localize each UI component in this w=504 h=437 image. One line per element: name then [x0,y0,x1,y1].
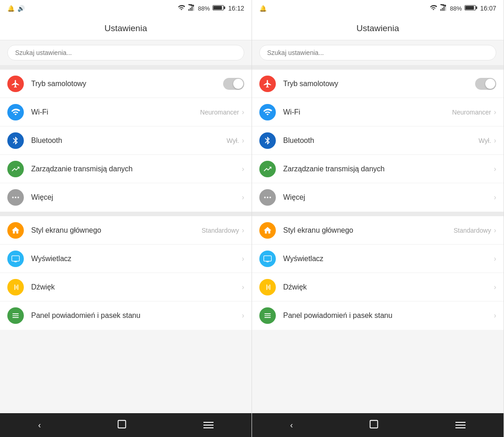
toggle-switch-airplane[interactable] [475,78,496,90]
nav-menu-button[interactable] [444,418,477,432]
status-left-icons: 🔔 🔊 [7,5,25,12]
svg-rect-25 [266,261,269,262]
nav-bar: ‹ [252,413,504,437]
chevron-icon-sound: › [494,283,496,291]
item-icon-more [7,189,24,206]
phone-panel-left: 🔔 🔊 88% 16:12 Ustawienia [0,0,252,437]
settings-item-wifi[interactable]: Wi-Fi Neuromancer › [0,98,252,126]
time-display: 16:07 [480,5,496,12]
search-input[interactable] [7,45,244,60]
chevron-icon-notifications: › [494,311,496,320]
settings-item-notifications[interactable]: Panel powiadomień i pasek stanu › [252,301,504,330]
item-value-wifi: Neuromancer [200,109,239,116]
svg-point-8 [15,197,16,198]
nav-menu-button[interactable] [192,418,225,432]
svg-rect-0 [188,9,189,11]
svg-rect-15 [442,8,443,11]
item-value-homescreen: Standardowy [202,227,239,234]
notification-icon: 🔔 [259,5,267,12]
settings-item-data[interactable]: Zarządzanie transmisją danych › [0,155,252,183]
settings-item-display[interactable]: Wyświetlacz › [0,245,252,273]
battery-percent: 88% [198,5,210,12]
wifi-status-icon [430,4,437,13]
item-icon-airplane [259,76,276,92]
item-icon-sound [259,279,276,295]
settings-item-more[interactable]: Więcej › [0,183,252,212]
item-label-bluetooth: Bluetooth [283,137,479,145]
settings-item-display[interactable]: Wyświetlacz › [252,245,504,273]
item-icon-airplane [7,76,24,92]
nav-bar: ‹ [0,413,252,437]
chevron-icon-sound: › [242,283,244,291]
page-header: Ustawienia [252,16,504,40]
svg-point-9 [17,197,19,198]
item-label-more: Więcej [31,193,242,202]
wifi-status-icon [178,4,185,13]
settings-item-homescreen[interactable]: Styl ekranu głównego Standardowy › [0,216,252,245]
item-label-homescreen: Styl ekranu głównego [283,226,454,235]
nav-back-button[interactable]: ‹ [27,417,52,434]
section-divider-0 [252,65,504,70]
item-label-airplane: Tryb samolotowy [283,80,475,88]
item-label-sound: Dźwięk [31,283,242,291]
svg-rect-20 [466,5,474,9]
item-value-wifi: Neuromancer [452,109,491,116]
item-value-bluetooth: Wył. [227,137,239,144]
page-title: Ustawienia [104,23,147,33]
settings-item-notifications[interactable]: Panel powiadomień i pasek stanu › [0,301,252,330]
item-label-data: Zarządzanie transmisją danych [31,165,242,173]
settings-item-more[interactable]: Więcej › [252,183,504,212]
settings-item-wifi[interactable]: Wi-Fi Neuromancer › [252,98,504,126]
svg-rect-14 [440,9,441,11]
chevron-icon-display: › [494,255,496,263]
chevron-icon-notifications: › [242,311,244,320]
chevron-icon-homescreen: › [494,226,496,235]
item-icon-display [7,251,24,267]
spacer [252,330,504,413]
svg-rect-3 [193,5,194,11]
svg-rect-27 [370,420,378,428]
item-icon-wifi [259,104,276,120]
status-bar: 🔔 88% 16:07 [252,0,504,16]
svg-point-7 [12,197,14,198]
status-bar: 🔔 🔊 88% 16:12 [0,0,252,16]
nav-home-button[interactable] [358,415,390,435]
settings-item-airplane[interactable]: Tryb samolotowy [0,70,252,98]
notification-icon: 🔔 [7,5,15,12]
nav-home-button[interactable] [106,415,138,435]
item-label-sound: Dźwięk [283,283,494,291]
chevron-icon-bluetooth: › [242,137,244,145]
settings-item-bluetooth[interactable]: Bluetooth Wył. › [0,126,252,155]
section-divider-1 [0,212,252,216]
settings-item-airplane[interactable]: Tryb samolotowy [252,70,504,98]
search-input[interactable] [259,45,496,60]
signal-icon [188,4,195,13]
svg-rect-6 [214,5,222,9]
settings-item-bluetooth[interactable]: Bluetooth Wył. › [252,126,504,155]
signal-icon [440,4,447,13]
page-title: Ustawienia [356,23,399,33]
battery-icon [213,5,225,12]
item-label-more: Więcej [283,193,494,202]
time-display: 16:12 [228,5,244,12]
chevron-icon-wifi: › [494,108,496,116]
settings-item-homescreen[interactable]: Styl ekranu głównego Standardowy › [252,216,504,245]
nav-back-button[interactable]: ‹ [279,417,304,434]
toggle-switch-airplane[interactable] [223,78,244,90]
settings-item-sound[interactable]: Dźwięk › [252,273,504,301]
item-label-bluetooth: Bluetooth [31,137,227,145]
settings-item-data[interactable]: Zarządzanie transmisją danych › [252,155,504,183]
settings-item-sound[interactable]: Dźwięk › [0,273,252,301]
svg-point-23 [269,197,271,198]
item-label-display: Wyświetlacz [31,255,242,263]
svg-rect-16 [444,6,444,11]
battery-icon [465,5,477,12]
item-label-display: Wyświetlacz [283,255,494,263]
search-container [0,40,252,65]
item-label-notifications: Panel powiadomień i pasek stanu [283,311,494,320]
item-icon-bluetooth [259,132,276,149]
svg-rect-1 [190,8,191,11]
item-label-wifi: Wi-Fi [31,108,200,116]
settings-list-0: Tryb samolotowy Wi-Fi Neuromancer › Blue… [252,70,504,212]
spacer [0,330,252,413]
